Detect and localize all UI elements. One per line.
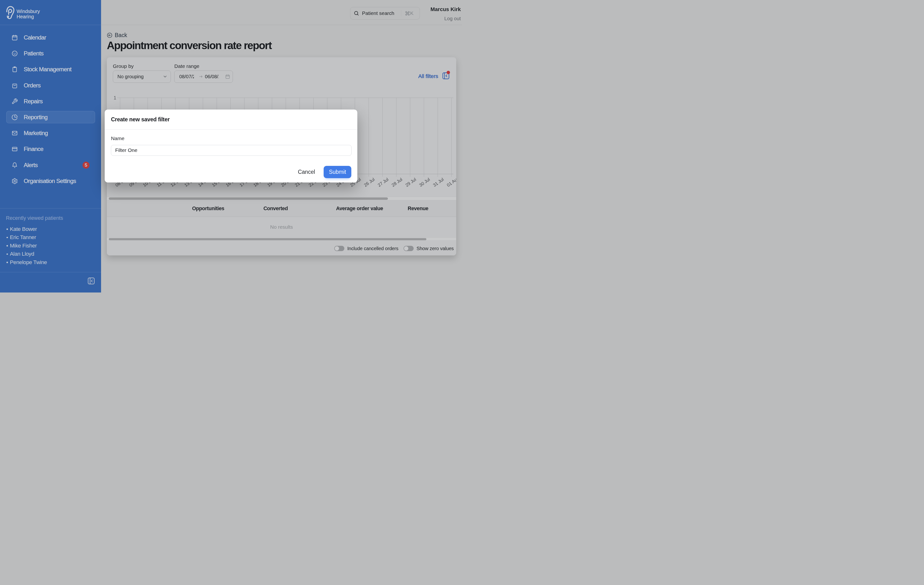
svg-text:1: 1 (114, 95, 116, 101)
svg-text:30 Jul: 30 Jul (418, 177, 431, 188)
svg-text:28 Jul: 28 Jul (391, 177, 403, 188)
svg-text:26 Jul: 26 Jul (363, 177, 375, 188)
svg-text:27 Jul: 27 Jul (377, 177, 389, 188)
svg-text:29 Jul: 29 Jul (404, 177, 417, 188)
svg-text:31 Jul: 31 Jul (432, 177, 444, 188)
svg-text:01 Aug: 01 Aug (446, 175, 456, 188)
